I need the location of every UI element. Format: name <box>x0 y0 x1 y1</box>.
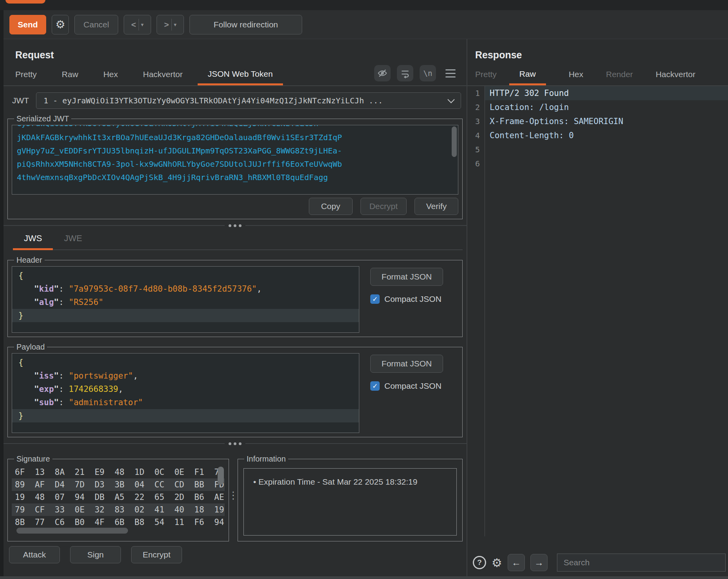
search-previous-button[interactable]: ← <box>508 554 525 571</box>
search-input[interactable] <box>557 554 726 572</box>
gear-icon: ⚙ <box>492 556 502 569</box>
request-title: Request <box>15 49 467 61</box>
tab-raw[interactable]: Raw <box>62 70 78 85</box>
jwt-select[interactable]: 1 - eyJraWQiOiI3YTk3OTUzYy0wOGY3LTRkODAt… <box>36 92 461 109</box>
tabs-divider <box>4 85 467 86</box>
horizontal-splitter[interactable] <box>4 440 467 447</box>
attack-button[interactable]: Attack <box>9 546 60 563</box>
line-text <box>485 157 728 171</box>
tab-pretty[interactable]: Pretty <box>475 70 497 85</box>
response-line: 3 X-Frame-Options: SAMEORIGIN <box>467 114 728 128</box>
line-number: 4 <box>467 128 485 142</box>
line-text: HTTP/2 302 Found <box>485 86 728 100</box>
json-row-alg: "alg": "RS256" <box>12 296 359 309</box>
search-settings-button[interactable]: ⚙ <box>492 556 502 570</box>
tab-json-web-token[interactable]: JSON Web Token <box>198 69 283 85</box>
serialized-jwt-editor[interactable]: eyJraWQiOiI3YTk3OTUzYy0wOGY3LTRkODAtYjA4… <box>12 125 458 195</box>
format-json-button[interactable]: Format JSON <box>370 355 443 373</box>
format-json-button[interactable]: Format JSON <box>370 268 443 286</box>
verify-button[interactable]: Verify <box>414 198 458 215</box>
cancel-button[interactable]: Cancel <box>74 15 118 34</box>
response-line: 5 <box>467 142 728 157</box>
tab-hackvertor[interactable]: Hackvertor <box>656 70 696 85</box>
splitter-dots-icon <box>225 442 245 445</box>
line-number: 2 <box>467 100 485 114</box>
header-json-editor[interactable]: { "kid": "7a97953c-08f7-4d80-b08b-8345f2… <box>12 266 359 333</box>
payload-fieldset: Payload { "iss": "portswigger", "exp": 1… <box>7 343 463 437</box>
copy-button[interactable]: Copy <box>309 198 353 215</box>
compact-json-label: Compact JSON <box>384 294 441 304</box>
tab-hex[interactable]: Hex <box>103 70 118 85</box>
jwt-token-line: jKDAkFAGBkrywhhkIt3xrBOa7hUEeaUJd3Krga82… <box>17 131 453 144</box>
information-item: • Expiration Time - Sat Mar 22 2025 18:3… <box>253 477 456 487</box>
line-text: Content-Length: 0 <box>485 128 728 142</box>
json-row-kid: "kid": "7a97953c-08f7-4d80-b08b-8345f2d5… <box>12 282 359 296</box>
repeater-tab-fragment[interactable] <box>5 0 45 4</box>
jwt-select-value: 1 - eyJraWQiOiI3YTk3OTUzYy0wOGY3LTRkODAt… <box>43 96 449 105</box>
signature-horizontal-scrollbar[interactable] <box>15 528 207 534</box>
dropdown-caret-icon[interactable]: ▾ <box>174 22 177 27</box>
line-text: Location: /login <box>485 100 728 114</box>
search-next-button[interactable]: → <box>530 554 548 571</box>
back-request-button[interactable]: < ▾ <box>124 15 151 34</box>
jwt-token-line: gVHpy7uZ_vEDDFsrYTJU35lbnqizH-ufJDGULIMp… <box>17 144 453 157</box>
follow-redirection-button[interactable]: Follow redirection <box>189 15 302 34</box>
splitter-dots-icon <box>225 224 245 227</box>
line-number: 5 <box>467 142 485 157</box>
question-mark-icon: ? <box>477 558 482 567</box>
help-button[interactable]: ? <box>473 556 486 569</box>
request-pane: Request Pretty Raw Hex Hackvertor JSON W… <box>4 39 467 576</box>
json-row-iss: "iss": "portswigger", <box>12 369 359 382</box>
dropdown-caret-icon[interactable]: ▾ <box>141 22 144 27</box>
tab-hackvertor[interactable]: Hackvertor <box>143 70 183 85</box>
line-text <box>485 142 728 157</box>
editor-menu-button[interactable] <box>442 65 459 81</box>
line-number: 1 <box>467 86 485 100</box>
response-line: 2 Location: /login <box>467 100 728 114</box>
information-legend: Information <box>244 455 288 464</box>
editor-empty-area <box>467 171 728 536</box>
show-newlines-button[interactable]: \n <box>420 65 436 81</box>
signature-fieldset: Signature 6F 13 8A 21 E9 48 1D 0C 0E F1 … <box>7 455 229 541</box>
back-arrow-icon: < <box>131 20 136 29</box>
response-editor[interactable]: 1 HTTP/2 302 Found 2 Location: /login 3 … <box>467 86 728 536</box>
word-wrap-icon <box>400 68 410 78</box>
tab-render[interactable]: Render <box>606 70 633 85</box>
bottom-window-strip <box>0 576 728 579</box>
tab-jwe[interactable]: JWE <box>53 230 93 249</box>
request-settings-button[interactable]: ⚙ <box>52 15 69 34</box>
signature-hex-editor[interactable]: 6F 13 8A 21 E9 48 1D 0C 0E F1 7289 AF D4… <box>12 466 225 525</box>
line-text: X-Frame-Options: SAMEORIGIN <box>485 114 728 128</box>
tab-raw[interactable]: Raw <box>509 69 546 85</box>
sign-button[interactable]: Sign <box>70 546 121 563</box>
jwt-token-line: 4thwVemxnsqBxgPbDcXIOv4QAgPjSkB_4H9jjRqr… <box>17 171 453 184</box>
encrypt-button[interactable]: Encrypt <box>131 546 182 563</box>
tab-hex[interactable]: Hex <box>569 70 583 85</box>
checkbox-checked-icon[interactable]: ✓ <box>370 381 380 391</box>
request-tabs: Pretty Raw Hex Hackvertor JSON Web Token <box>15 69 467 85</box>
response-pane: Response Pretty Raw Hex Render Hackverto… <box>467 39 728 576</box>
send-button[interactable]: Send <box>9 15 46 34</box>
compact-json-checkbox-row[interactable]: ✓ Compact JSON <box>370 294 443 304</box>
response-tabs: Pretty Raw Hex Render Hackvertor <box>475 69 728 85</box>
hex-row: 19 48 07 94 DB A5 22 65 2D B6 AE <box>12 491 225 503</box>
json-row-exp: "exp": 1742668339, <box>12 382 359 396</box>
horizontal-splitter[interactable] <box>4 222 467 229</box>
forward-request-button[interactable]: > ▾ <box>157 15 184 34</box>
decrypt-button[interactable]: Decrypt <box>360 198 407 215</box>
hide-invisible-chars-button[interactable] <box>374 65 391 81</box>
token-type-tabs: JWS JWE <box>13 230 463 250</box>
header-legend: Header <box>14 256 45 265</box>
right-arrow-icon: → <box>534 557 544 568</box>
vertical-splitter[interactable]: ⋮ <box>229 449 238 541</box>
compact-json-checkbox-row[interactable]: ✓ Compact JSON <box>370 381 443 391</box>
top-window-strip <box>0 0 728 10</box>
forward-arrow-icon: > <box>164 20 169 29</box>
tab-jws[interactable]: JWS <box>13 230 53 250</box>
payload-json-editor[interactable]: { "iss": "portswigger", "exp": 174266833… <box>12 353 359 433</box>
checkbox-checked-icon[interactable]: ✓ <box>370 294 380 304</box>
signature-vertical-scrollbar[interactable] <box>218 467 224 525</box>
jwt-editor-scrollbar[interactable] <box>452 126 457 193</box>
tab-pretty[interactable]: Pretty <box>15 70 37 85</box>
word-wrap-button[interactable] <box>397 65 413 81</box>
